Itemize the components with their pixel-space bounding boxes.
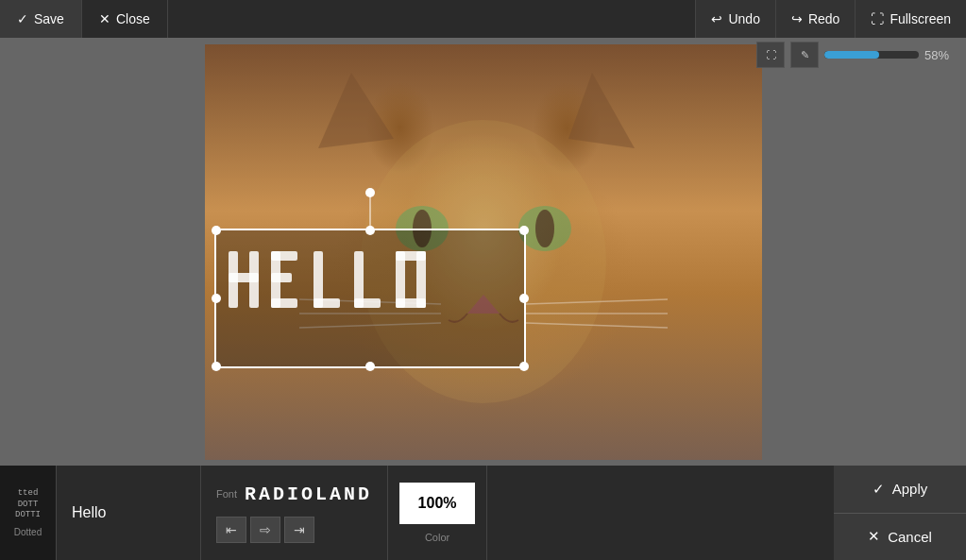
- zoom-control: 58%: [824, 48, 958, 62]
- align-right-button[interactable]: ⇥: [284, 517, 314, 543]
- align-right-icon: ⇥: [294, 522, 305, 537]
- fullscreen-icon: ⛶: [871, 11, 884, 26]
- cat-image: [205, 44, 762, 460]
- text-input-area: [57, 466, 201, 560]
- toolbar-right: ↩ Undo ↪ Redo ⛶ Fullscreen: [695, 0, 966, 38]
- align-center-icon: ⇨: [260, 522, 271, 537]
- close-label: Close: [116, 11, 150, 26]
- svg-rect-16: [249, 251, 259, 308]
- save-button[interactable]: ✓ Save: [0, 0, 82, 38]
- font-section: Font RADIOLAND ⇤ ⇨ ⇥: [201, 466, 388, 560]
- action-buttons: ✓ Apply ✕ Cancel: [834, 466, 966, 560]
- view-crop-button[interactable]: ✎: [790, 42, 819, 68]
- size-value: 100%: [418, 495, 457, 512]
- crop-icon: ✎: [801, 49, 809, 61]
- undo-button[interactable]: ↩ Undo: [695, 0, 774, 38]
- svg-rect-19: [271, 273, 292, 282]
- zoom-slider[interactable]: [824, 51, 919, 59]
- svg-rect-20: [271, 298, 297, 308]
- save-label: Save: [34, 11, 64, 26]
- cancel-button[interactable]: ✕ Cancel: [834, 513, 966, 561]
- hello-svg: [224, 242, 517, 355]
- font-name-display: RADIOLAND: [245, 484, 372, 505]
- canvas-area: [0, 38, 966, 466]
- hello-text: [216, 230, 524, 366]
- text-input[interactable]: [72, 504, 185, 521]
- apply-button[interactable]: ✓ Apply: [834, 466, 966, 513]
- align-left-icon: ⇤: [226, 522, 237, 537]
- redo-icon: ↪: [791, 11, 803, 26]
- font-preview-text: tted DOTT DOTTI: [15, 488, 41, 521]
- svg-point-6: [535, 210, 554, 247]
- font-preview-thumbnail: tted DOTT DOTTI Dotted: [0, 466, 57, 560]
- cancel-x-icon: ✕: [868, 528, 880, 545]
- bottom-panel: tted DOTT DOTTI Dotted Font RADIOLAND ⇤ …: [0, 466, 966, 560]
- checkmark-icon: ✓: [17, 11, 28, 26]
- svg-rect-24: [354, 298, 381, 308]
- align-left-button[interactable]: ⇤: [216, 517, 246, 543]
- fit-icon: ⛶: [766, 49, 776, 60]
- svg-rect-18: [271, 251, 297, 261]
- apply-label: Apply: [892, 481, 928, 497]
- image-container: [205, 44, 762, 460]
- svg-rect-22: [314, 298, 340, 308]
- align-center-button[interactable]: ⇨: [250, 517, 280, 543]
- redo-button[interactable]: ↪ Redo: [775, 0, 855, 38]
- size-color-section: 100% Color: [388, 466, 487, 560]
- font-preview-label: Dotted: [14, 527, 42, 537]
- redo-label: Redo: [808, 11, 839, 26]
- undo-icon: ↩: [711, 11, 722, 26]
- align-buttons: ⇤ ⇨ ⇥: [216, 517, 372, 543]
- close-button[interactable]: ✕ Close: [82, 0, 168, 38]
- size-display[interactable]: 100%: [399, 483, 475, 524]
- rotate-line: [369, 193, 370, 230]
- zoom-percent: 58%: [924, 48, 958, 62]
- text-box[interactable]: [214, 229, 526, 368]
- undo-label: Undo: [728, 11, 759, 26]
- svg-marker-0: [318, 73, 394, 148]
- top-toolbar: ✓ Save ✕ Close ↩ Undo ↪ Redo ⛶ Fullscree…: [0, 0, 966, 38]
- view-fit-button[interactable]: ⛶: [756, 42, 785, 68]
- fullscreen-button[interactable]: ⛶ Fullscreen: [855, 0, 966, 38]
- font-label: Font: [216, 488, 237, 500]
- zoom-slider-fill: [824, 51, 879, 59]
- cancel-label: Cancel: [888, 529, 932, 545]
- fullscreen-label: Fullscreen: [890, 11, 951, 26]
- close-icon: ✕: [99, 11, 110, 26]
- color-label: Color: [425, 532, 449, 543]
- apply-checkmark-icon: ✓: [873, 481, 885, 498]
- svg-rect-28: [396, 298, 426, 308]
- rotate-handle[interactable]: [365, 188, 375, 197]
- second-toolbar: ⛶ ✎ 58%: [749, 38, 966, 72]
- svg-marker-1: [568, 73, 635, 148]
